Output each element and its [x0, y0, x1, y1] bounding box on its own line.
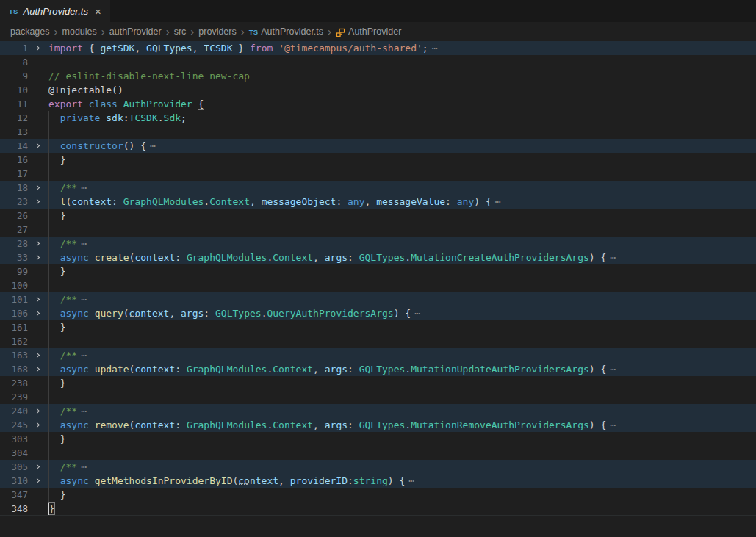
- line-number: 161: [0, 320, 28, 334]
- code-line-348[interactable]: 348}: [0, 502, 756, 516]
- breadcrumb-label: AuthProvider.ts: [261, 26, 323, 37]
- code-line-23[interactable]: 23 l(context: GraphQLModules.Context, me…: [0, 195, 756, 209]
- tab-bar: TS AuthProvider.ts ×: [0, 0, 756, 22]
- close-icon[interactable]: ×: [95, 6, 101, 17]
- folded-code-ellipsis: ⋯: [432, 43, 439, 54]
- code-text: }: [47, 209, 756, 223]
- code-text: import { getSDK, GQLTypes, TCSDK } from …: [47, 41, 756, 55]
- code-text: export class AuthProvider {: [47, 97, 756, 111]
- gutter-spacer: [28, 69, 47, 83]
- code-line-17[interactable]: 17: [0, 167, 756, 181]
- chevron-right-icon: [34, 367, 39, 372]
- tab-authprovider[interactable]: TS AuthProvider.ts ×: [0, 0, 110, 22]
- breadcrumb-item-authprovider-ts[interactable]: TSAuthProvider.ts: [249, 26, 323, 37]
- fold-chevron[interactable]: [28, 460, 47, 474]
- breadcrumb-item-authprovider[interactable]: AuthProvider: [336, 26, 401, 37]
- fold-chevron[interactable]: [28, 195, 47, 209]
- line-number: 8: [0, 55, 28, 69]
- code-line-14[interactable]: 14 constructor() {⋯: [0, 139, 756, 153]
- breadcrumb-item-packages[interactable]: packages: [10, 26, 50, 37]
- code-line-1[interactable]: 1import { getSDK, GQLTypes, TCSDK } from…: [0, 41, 756, 55]
- breadcrumb: packages›modules›authProvider›src›provid…: [0, 22, 756, 41]
- code-line-33[interactable]: 33 async create(context: GraphQLModules.…: [0, 251, 756, 264]
- fold-chevron[interactable]: [28, 306, 47, 320]
- code-line-168[interactable]: 168 async update(context: GraphQLModules…: [0, 362, 756, 376]
- line-number: 14: [0, 139, 28, 153]
- code-line-99[interactable]: 99 }: [0, 264, 756, 278]
- line-number: 27: [0, 223, 28, 237]
- chevron-right-icon: [34, 311, 39, 316]
- fold-chevron[interactable]: [28, 362, 47, 376]
- gutter-spacer: [28, 390, 47, 404]
- breadcrumb-item-modules[interactable]: modules: [62, 26, 97, 37]
- code-line-163[interactable]: 163 /**⋯: [0, 348, 756, 362]
- code-line-303[interactable]: 303 }: [0, 432, 756, 446]
- code-line-10[interactable]: 10@Injectable(): [0, 83, 756, 97]
- code-text: /**⋯: [47, 460, 756, 474]
- line-number: 348: [0, 502, 28, 516]
- gutter-spacer: [28, 278, 47, 292]
- code-line-162[interactable]: 162: [0, 334, 756, 348]
- line-number: 106: [0, 306, 28, 320]
- fold-chevron[interactable]: [28, 237, 47, 251]
- code-text: }: [47, 153, 756, 167]
- fold-chevron[interactable]: [28, 41, 47, 55]
- code-text: async getMethodsInProviderByID(context, …: [47, 474, 756, 488]
- code-line-304[interactable]: 304: [0, 446, 756, 460]
- code-line-239[interactable]: 239: [0, 390, 756, 404]
- fold-chevron[interactable]: [28, 348, 47, 362]
- breadcrumb-item-src[interactable]: src: [174, 26, 187, 37]
- code-line-18[interactable]: 18 /**⋯: [0, 181, 756, 195]
- code-line-16[interactable]: 16 }: [0, 153, 756, 167]
- code-text: async update(context: GraphQLModules.Con…: [47, 362, 756, 376]
- code-line-100[interactable]: 100: [0, 278, 756, 292]
- breadcrumb-item-authprovider[interactable]: authProvider: [109, 26, 162, 37]
- code-text: [47, 446, 756, 460]
- code-text: async create(context: GraphQLModules.Con…: [47, 251, 756, 264]
- breadcrumb-separator: ›: [190, 26, 195, 37]
- line-number: 13: [0, 125, 28, 139]
- code-line-11[interactable]: 11export class AuthProvider {: [0, 97, 756, 111]
- code-line-240[interactable]: 240 /**⋯: [0, 404, 756, 418]
- code-line-245[interactable]: 245 async remove(context: GraphQLModules…: [0, 418, 756, 432]
- gutter-spacer: [28, 167, 47, 181]
- code-line-238[interactable]: 238 }: [0, 376, 756, 390]
- code-line-106[interactable]: 106 async query(context, args: GQLTypes.…: [0, 306, 756, 320]
- fold-chevron[interactable]: [28, 404, 47, 418]
- fold-chevron[interactable]: [28, 418, 47, 432]
- code-line-101[interactable]: 101 /**⋯: [0, 292, 756, 306]
- fold-chevron[interactable]: [28, 139, 47, 153]
- line-number: 310: [0, 474, 28, 488]
- line-number: 305: [0, 460, 28, 474]
- chevron-right-icon: [34, 46, 39, 51]
- gutter-spacer: [28, 446, 47, 460]
- gutter-spacer: [28, 488, 47, 502]
- chevron-right-icon: [34, 478, 39, 483]
- fold-chevron[interactable]: [28, 292, 47, 306]
- breadcrumb-item-providers[interactable]: providers: [198, 26, 236, 37]
- code-line-347[interactable]: 347 }: [0, 488, 756, 502]
- code-line-9[interactable]: 9// eslint-disable-next-line new-cap: [0, 69, 756, 83]
- fold-chevron[interactable]: [28, 251, 47, 264]
- code-text: }: [47, 376, 756, 390]
- code-line-13[interactable]: 13: [0, 125, 756, 139]
- code-line-27[interactable]: 27: [0, 223, 756, 237]
- code-line-26[interactable]: 26 }: [0, 209, 756, 223]
- code-line-28[interactable]: 28 /**⋯: [0, 237, 756, 251]
- gutter-spacer: [28, 55, 47, 69]
- code-line-305[interactable]: 305 /**⋯: [0, 460, 756, 474]
- folded-code-ellipsis: ⋯: [81, 461, 87, 472]
- chevron-right-icon: [34, 143, 39, 148]
- fold-chevron[interactable]: [28, 181, 47, 195]
- folded-code-ellipsis: ⋯: [81, 350, 87, 361]
- code-line-12[interactable]: 12 private sdk:TCSDK.Sdk;: [0, 111, 756, 125]
- code-line-8[interactable]: 8: [0, 55, 756, 69]
- code-line-161[interactable]: 161 }: [0, 320, 756, 334]
- code-editor[interactable]: 1import { getSDK, GQLTypes, TCSDK } from…: [0, 41, 756, 516]
- code-text: }: [47, 502, 756, 516]
- code-line-310[interactable]: 310 async getMethodsInProviderByID(conte…: [0, 474, 756, 488]
- breadcrumb-separator: ›: [240, 26, 245, 37]
- code-text: }: [47, 320, 756, 334]
- line-number: 16: [0, 153, 28, 167]
- fold-chevron[interactable]: [28, 474, 47, 488]
